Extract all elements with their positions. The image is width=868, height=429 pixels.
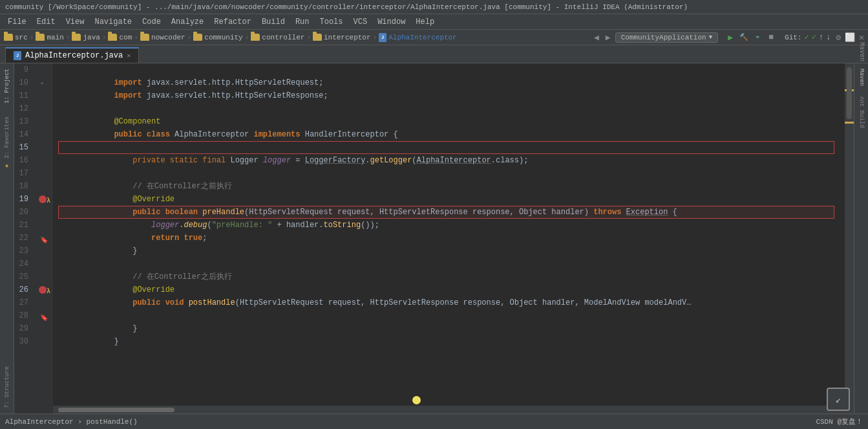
maven-panel-label[interactable]: Maven — [858, 69, 865, 86]
kw-import-9: import — [96, 78, 147, 87]
bookmark-icon: 🔖 — [40, 234, 48, 247]
structure-panel-label[interactable]: 7: Structure — [4, 366, 10, 408]
settings-icon[interactable]: ⚙ — [836, 32, 841, 43]
breadcrumb-src[interactable]: src — [4, 34, 28, 41]
project-panel-label[interactable]: 1: Project — [4, 69, 10, 104]
menu-view[interactable]: View — [61, 16, 90, 28]
breadcrumb-interceptor[interactable]: interceptor — [313, 34, 371, 41]
breadcrumb-controller[interactable]: controller — [251, 34, 304, 41]
paren-26: ( — [235, 298, 240, 307]
left-sidebar: 1: Project 2: Favorites ★ 7: Structure — [0, 63, 14, 413]
menu-edit[interactable]: Edit — [32, 16, 61, 28]
breadcrumb-main[interactable]: main — [36, 34, 63, 41]
nav-back-icon[interactable]: ◀ — [592, 32, 601, 43]
gutter-25 — [37, 270, 53, 283]
breadcrumb-alpha-label: AlphaInterceptor — [388, 34, 457, 41]
line-num-29: 29 — [14, 322, 34, 335]
menu-window[interactable]: Window — [372, 16, 410, 28]
line-num-19: 19 — [14, 193, 34, 206]
kw-static: static — [170, 156, 202, 165]
run-config-button[interactable]: CommunityApplication ▼ — [615, 32, 718, 43]
menu-tools[interactable]: Tools — [315, 16, 348, 28]
menu-vcs[interactable]: VCS — [348, 16, 373, 28]
breadcrumb-interceptor-label: interceptor — [324, 34, 371, 41]
kw-public-26: public — [96, 298, 165, 307]
line-num-16: 16 — [14, 154, 34, 167]
tab-close-button[interactable]: ✕ — [127, 52, 131, 60]
lambda2-icon: λ — [47, 285, 50, 298]
semicolon-21: ; — [202, 234, 207, 243]
gutter-14 — [37, 128, 53, 141]
status-breadcrumb: AlphaInterceptor › postHandle() — [5, 418, 138, 426]
gutter-26: λ — [37, 283, 53, 296]
code-line-23 — [58, 245, 840, 258]
run-button[interactable]: ▶ — [725, 32, 736, 43]
breadcrumb-sep7: › — [306, 34, 311, 41]
coverage-icon[interactable]: ☂ — [752, 32, 763, 43]
code-editor[interactable]: 9 10 11 12 13 14 15 16 17 18 19 20 21 22… — [14, 63, 854, 413]
lambda-icon: λ — [47, 195, 50, 208]
bottom-scrollbar[interactable] — [53, 406, 845, 413]
corner-expand-icon[interactable]: ↙ — [827, 388, 850, 411]
code-10-content: javax.servlet.http.HttpServletResponse; — [147, 91, 328, 100]
menu-code[interactable]: Code — [137, 16, 166, 28]
menu-analyze[interactable]: Analyze — [166, 16, 209, 28]
line-num-28: 28 — [14, 309, 34, 322]
menu-help[interactable]: Help — [410, 16, 439, 28]
dropdown-icon: ▼ — [709, 34, 712, 41]
line-num-12: 12 — [14, 102, 34, 115]
nav-forward-icon[interactable]: ▶ — [604, 32, 613, 43]
folder-icon — [140, 34, 149, 41]
code-line-17: // 在Controller之前执行 — [58, 167, 840, 180]
breadcrumb-sep2: › — [66, 34, 70, 41]
gutter-27 — [37, 296, 53, 309]
line-num-21: 21 — [14, 219, 34, 232]
scrollbar-thumb[interactable] — [847, 67, 852, 119]
iface-handler: HandlerInterceptor — [305, 130, 394, 139]
string-prehandle: "preHandle: " — [212, 221, 273, 230]
breadcrumb-nowcoder[interactable]: nowcoder — [140, 34, 185, 41]
assign-op: = — [291, 156, 305, 165]
fullscreen-icon[interactable]: ⬜ — [845, 32, 855, 43]
annotation-override-18: @Override — [96, 195, 175, 204]
gutter-20 — [37, 206, 53, 219]
cls-logger-type: Logger — [230, 156, 262, 165]
breadcrumb-com[interactable]: com — [108, 34, 132, 41]
folder-icon — [251, 34, 260, 41]
run-config-label: CommunityApplication — [621, 34, 706, 41]
fold-icon[interactable]: ▾ — [40, 78, 44, 91]
build-icon[interactable]: 🔨 — [738, 32, 750, 43]
menu-file[interactable]: File — [3, 16, 32, 28]
breadcrumb-alphainterceptor[interactable]: J AlphaInterceptor — [379, 33, 457, 42]
breadcrumb-java[interactable]: java — [72, 34, 100, 41]
breadcrumb-community[interactable]: community — [193, 34, 242, 41]
code-lines[interactable]: import javax.servlet.http.HttpServletReq… — [53, 63, 845, 413]
breadcrumb-java-label: java — [83, 34, 100, 41]
close-22: } — [96, 247, 138, 256]
kw-public-13: public — [96, 130, 147, 139]
gutter-15 — [37, 141, 53, 154]
cls-httpservletrequest-26: HttpServletRequest — [240, 298, 324, 307]
ant-build-label[interactable]: Ant Build — [858, 96, 865, 128]
stop-button[interactable]: ■ — [765, 32, 777, 43]
code-line-12: @Component — [58, 102, 840, 115]
git-pull-icon[interactable]: ↓ — [826, 33, 831, 42]
menu-build[interactable]: Build — [257, 16, 290, 28]
menu-refactor[interactable]: Refactor — [209, 16, 257, 28]
gutter-22: 🔖 — [37, 232, 53, 245]
status-bar: AlphaInterceptor › postHandle() CSDN @复盘… — [0, 413, 868, 429]
git-push-icon[interactable]: ↑ — [819, 33, 823, 42]
menu-navigate[interactable]: Navigate — [89, 16, 137, 28]
tab-filename: AlphaInterceptor.java — [25, 51, 123, 60]
tab-bar: J AlphaInterceptor.java ✕ Maven — [0, 45, 868, 63]
breadcrumb-src-label: src — [15, 34, 28, 41]
favorites-panel-label[interactable]: 2: Favorites — [4, 116, 10, 159]
tab-alphainterceptor[interactable]: J AlphaInterceptor.java ✕ — [5, 47, 139, 63]
dot-1: . — [365, 156, 370, 165]
gutter-12 — [37, 102, 53, 115]
var-logger-20: logger — [151, 221, 179, 230]
menu-run[interactable]: Run — [290, 16, 315, 28]
right-scrollbar[interactable] — [845, 63, 854, 413]
bottom-scroll-thumb[interactable] — [58, 408, 175, 412]
breadcrumb-sep: › — [30, 34, 34, 41]
